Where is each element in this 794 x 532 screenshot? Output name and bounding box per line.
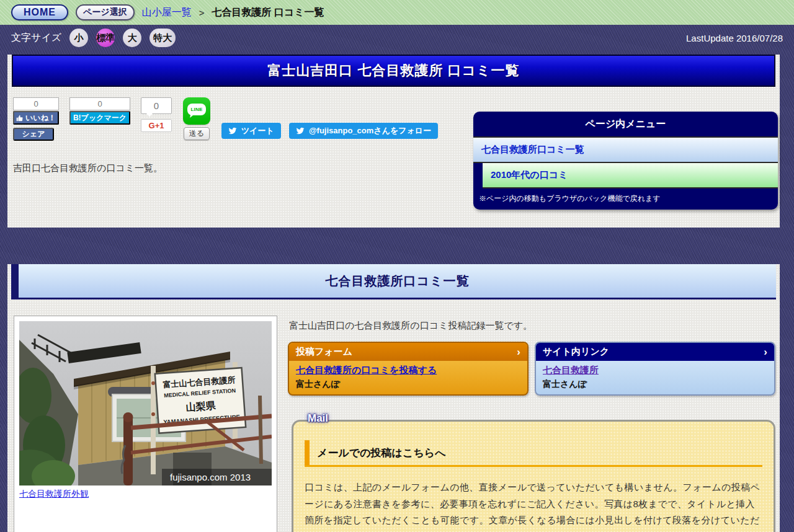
facebook-share-button[interactable]: シェア xyxy=(13,128,54,141)
twitter-buttons: ツイート @fujisanpo_comさんをフォロー xyxy=(221,123,438,139)
google-plus-widget: 0 G+1 xyxy=(141,97,172,132)
tweet-button[interactable]: ツイート xyxy=(221,123,281,139)
facebook-like-button[interactable]: いいね！ xyxy=(13,111,59,125)
section-header-accent xyxy=(11,264,19,299)
page-menu-title: ページ内メニュー xyxy=(473,112,778,136)
line-widget: LINE 送る xyxy=(182,97,211,140)
mail-tab-label: Mail xyxy=(308,412,328,425)
photo-box: 富士山七合目救護所 MEDICAL RELIEF STATION 山梨県 YAM… xyxy=(14,316,277,532)
photo-caption-link[interactable]: 七合目救護所外観 xyxy=(19,489,89,500)
page-title-banner: 富士山吉田口 七合目救護所 口コミ一覧 xyxy=(12,55,775,87)
mail-section: Mail メールでの投稿はこちらへ 口コミは、上記のメールフォームの他、直接メー… xyxy=(292,420,775,532)
two-column-area: 富士山七合目救護所 MEDICAL RELIEF STATION 山梨県 YAM… xyxy=(7,299,780,532)
hatena-bookmark-button[interactable]: B!ブックマーク xyxy=(69,111,130,125)
mail-heading-text: メールでの投稿はこちらへ xyxy=(317,440,446,465)
relief-station-photo[interactable]: 富士山七合目救護所 MEDICAL RELIEF STATION 山梨県 YAM… xyxy=(19,321,272,485)
font-size-xlarge-button[interactable]: 特大 xyxy=(149,29,176,47)
relief-station-link[interactable]: 七合目救護所 xyxy=(536,361,774,378)
facebook-like-label: いいね！ xyxy=(25,113,56,123)
section-intro-text: 富士山吉田口の七合目救護所の口コミ投稿記録一覧です。 xyxy=(289,320,775,332)
post-review-link[interactable]: 七合目救護所の口コミを投稿する xyxy=(289,361,527,378)
section-title: 七合目救護所口コミ一覧 xyxy=(326,273,470,290)
line-icon[interactable]: LINE xyxy=(183,97,210,125)
content-panel: 七合目救護所口コミ一覧 xyxy=(7,264,780,532)
page-menu-box: ページ内メニュー 七合目救護所口コミ一覧 2010年代の口コミ ※ページ内の移動… xyxy=(473,112,778,210)
google-plus-one-button[interactable]: G+1 xyxy=(141,119,172,132)
site-link-title: サイト内リンク xyxy=(543,346,609,358)
home-button[interactable]: HOME xyxy=(11,4,68,20)
section-title-bar: 七合目救護所口コミ一覧 xyxy=(19,264,776,299)
breadcrumb-bar: HOME ページ選択 山小屋一覧 > 七合目救護所 口コミ一覧 xyxy=(0,0,794,25)
page-menu-item-review-list[interactable]: 七合目救護所口コミ一覧 xyxy=(473,136,778,163)
thumbs-up-icon xyxy=(16,115,23,122)
sign-text-pref-jp: 山梨県 xyxy=(185,399,216,412)
hatena-count: 0 xyxy=(69,97,130,110)
font-size-controls: 文字サイズ 小 標準 大 特大 xyxy=(11,29,176,47)
facebook-like-count: 0 xyxy=(13,97,59,110)
twitter-bird-icon xyxy=(228,126,237,135)
page-menu-item-2010s-reviews[interactable]: 2010年代の口コミ xyxy=(483,163,778,188)
site-link-header[interactable]: サイト内リンク › xyxy=(536,343,774,361)
twitter-bird-icon xyxy=(296,126,305,135)
mail-heading-accent xyxy=(305,440,310,465)
chevron-right-icon: › xyxy=(764,347,767,357)
breadcrumb-link-hut-list[interactable]: 山小屋一覧 xyxy=(142,6,192,19)
toolbar: 文字サイズ 小 標準 大 特大 LastUpdate 2016/07/28 xyxy=(0,25,794,51)
post-form-header[interactable]: 投稿フォーム › xyxy=(289,343,527,361)
right-column: 富士山吉田口の七合目救護所の口コミ投稿記録一覧です。 投稿フォーム › 七合目救… xyxy=(288,316,775,532)
line-send-button[interactable]: 送る xyxy=(184,127,210,140)
chevron-right-icon: › xyxy=(517,347,520,357)
post-form-site-name: 富士さんぽ xyxy=(289,378,527,394)
tweet-label: ツイート xyxy=(241,125,274,136)
facebook-widget: 0 いいね！ シェア xyxy=(13,97,59,141)
breadcrumb-separator: > xyxy=(199,7,205,18)
mail-heading: メールでの投稿はこちらへ xyxy=(305,440,762,467)
page-select-button[interactable]: ページ選択 xyxy=(76,4,135,20)
font-size-label: 文字サイズ xyxy=(11,32,61,45)
site-link-site-name: 富士さんぽ xyxy=(536,378,774,394)
page-menu-note: ※ページ内の移動もブラウザのバック機能で戻れます xyxy=(473,188,778,210)
font-size-large-button[interactable]: 大 xyxy=(123,29,141,47)
page-title: 富士山吉田口 七合目救護所 口コミ一覧 xyxy=(267,61,519,80)
info-boxes-row: 投稿フォーム › 七合目救護所の口コミを投稿する 富士さんぽ サイト内リンク ›… xyxy=(288,342,775,396)
mail-body-text: 口コミは、上記のメールフォームの他、直接メールで送っていただいても構いません。フ… xyxy=(305,479,762,532)
follow-label: @fujisanpo_comさんをフォロー xyxy=(309,125,431,136)
last-update-text: LastUpdate 2016/07/28 xyxy=(686,33,783,43)
site-link-box: サイト内リンク › 七合目救護所 富士さんぽ xyxy=(535,342,775,396)
breadcrumb-current: 七合目救護所 口コミ一覧 xyxy=(212,6,324,19)
font-size-normal-button[interactable]: 標準 xyxy=(96,29,115,47)
post-form-title: 投稿フォーム xyxy=(296,346,352,358)
twitter-follow-button[interactable]: @fujisanpo_comさんをフォロー xyxy=(289,123,438,139)
hatena-widget: 0 B!ブックマーク xyxy=(69,97,130,125)
section-header: 七合目救護所口コミ一覧 xyxy=(11,264,776,299)
line-logo-bubble: LINE xyxy=(187,104,206,115)
mail-box: メールでの投稿はこちらへ 口コミは、上記のメールフォームの他、直接メールで送って… xyxy=(292,420,775,532)
post-form-box: 投稿フォーム › 七合目救護所の口コミを投稿する 富士さんぽ xyxy=(288,342,529,396)
header-panel: 富士山吉田口 七合目救護所 口コミ一覧 0 いいね！ シェア 0 B!ブックマー… xyxy=(7,55,780,228)
google-plus-count: 0 xyxy=(141,97,172,114)
watermark-text: fujisanpo.com 2013 xyxy=(170,472,251,482)
font-size-small-button[interactable]: 小 xyxy=(69,29,88,47)
